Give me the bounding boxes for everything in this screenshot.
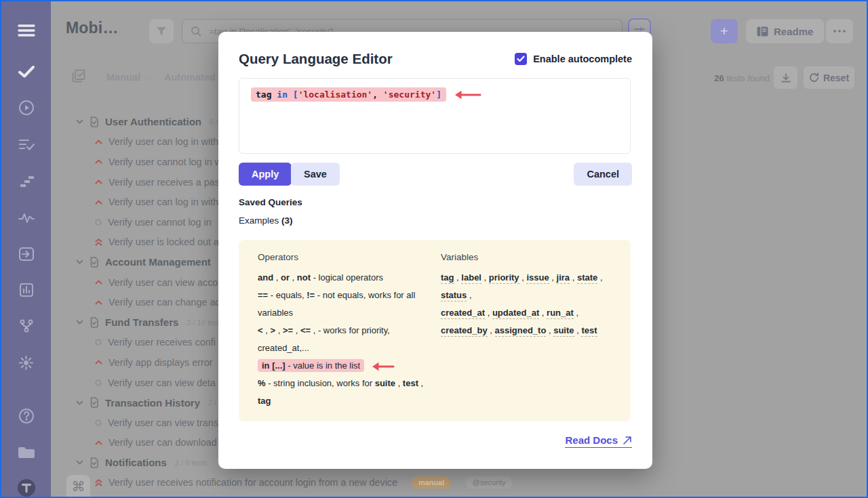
test-title: Verify user receives a pas <box>108 177 220 188</box>
variables-list: tag , label , priority , issue , jira , … <box>441 269 612 339</box>
variable-name: updated_at <box>492 308 539 319</box>
checkbox-checked-icon[interactable] <box>515 53 527 65</box>
test-title: Verify user can view deta <box>108 377 216 388</box>
test-title: Verify user can view trans <box>108 417 218 428</box>
test-title: Verify user cannot log in w <box>108 157 222 167</box>
operator-line: % - string inclusion, works for suite , … <box>258 375 429 410</box>
examples-heading[interactable]: Examples (3) <box>239 215 293 226</box>
file-check-icon <box>90 397 99 408</box>
analytics-icon[interactable] <box>17 281 36 299</box>
chevron-down-icon[interactable] <box>76 460 83 465</box>
test-title: Verify user can download <box>108 437 217 448</box>
highlighted-operator: in [...] - value is in the list <box>258 359 364 372</box>
test-title: Verify user is locked out a <box>108 236 219 247</box>
more-button[interactable] <box>826 19 853 43</box>
priority-highest-icon <box>95 479 102 486</box>
operator-line: in [...] - value is in the list <box>258 357 429 375</box>
download-button[interactable] <box>774 66 797 89</box>
tag-badge[interactable]: @security <box>465 476 512 489</box>
query-code: tag in ['localisation', 'security'] <box>251 87 446 102</box>
read-docs-label: Read Docs <box>565 434 618 446</box>
suite-name: Account Management <box>105 256 211 268</box>
variable-line: status , <box>441 287 612 304</box>
reset-label: Reset <box>823 72 849 83</box>
search-icon <box>191 26 201 37</box>
suite-name: Notifications <box>105 457 167 468</box>
tab-manual[interactable]: Manual 70 <box>106 72 152 83</box>
variable-name: test <box>581 325 597 337</box>
suite-name: User Authentication <box>105 116 201 127</box>
examples-label: Examples <box>239 215 279 226</box>
steps-icon[interactable] <box>17 172 36 191</box>
test-title: Verify user can change ac <box>108 297 220 308</box>
variable-name: status <box>441 290 467 302</box>
app-logo[interactable] <box>17 478 36 497</box>
chevron-down-icon[interactable] <box>76 320 83 325</box>
select-all-icon[interactable] <box>72 69 85 83</box>
priority-highest-icon <box>95 238 102 246</box>
shortcut-hint[interactable]: ⌘ <box>66 475 90 498</box>
reset-button[interactable]: Reset <box>804 66 854 89</box>
priority-high-icon <box>95 440 102 445</box>
run-play-icon[interactable] <box>17 98 36 117</box>
cancel-button[interactable]: Cancel <box>574 163 632 186</box>
help-icon[interactable] <box>17 407 36 426</box>
priority-normal-icon <box>95 339 102 346</box>
modal-title: Query Language Editor <box>239 51 393 67</box>
add-button[interactable]: + <box>711 19 738 43</box>
suite-name: Transaction History <box>105 397 200 409</box>
chevron-down-icon[interactable] <box>76 400 83 405</box>
variable-name: issue <box>526 272 549 284</box>
chevron-down-icon[interactable] <box>76 119 83 124</box>
projects-folder-icon[interactable] <box>17 442 36 461</box>
priority-high-icon <box>95 300 102 305</box>
funnel-icon <box>156 26 167 37</box>
query-code-editor[interactable]: tag in ['localisation', 'security'] <box>239 78 631 154</box>
project-title[interactable]: Mobi… <box>66 19 119 37</box>
operators-list: and , or , not - logical operators== - e… <box>258 269 429 410</box>
operator-line: and , or , not - logical operators <box>258 269 429 287</box>
command-icon: ⌘ <box>72 478 85 495</box>
test-row[interactable]: Verify user receives notification for ac… <box>66 473 690 493</box>
priority-normal-icon <box>95 219 102 226</box>
menu-icon[interactable] <box>17 21 36 40</box>
priority-high-icon <box>95 200 102 205</box>
file-check-icon <box>90 317 99 328</box>
variable-name: run_at <box>547 308 574 319</box>
examples-count: (3) <box>281 215 293 226</box>
test-title: Verify user can log in with <box>108 136 218 147</box>
variable-name: assigned_to <box>495 325 547 337</box>
variable-name: state <box>577 272 597 284</box>
test-plan-icon[interactable] <box>17 136 36 154</box>
suite-count: 2 / 9 tests <box>175 459 208 467</box>
autocomplete-label: Enable autocomplete <box>533 54 632 64</box>
filter-button[interactable] <box>149 19 174 43</box>
tab-count: 70 <box>144 74 152 82</box>
variable-name: created_at <box>441 308 485 319</box>
readme-button[interactable]: Readme <box>746 19 824 43</box>
readme-label: Readme <box>774 26 813 37</box>
settings-gear-icon[interactable] <box>17 353 36 372</box>
app-window: Mobi… + Readme Manual 70 Automated 6 <box>0 0 868 498</box>
priority-normal-icon <box>95 419 102 426</box>
tab-automated[interactable]: Automated 6 <box>164 72 223 83</box>
pulse-icon[interactable] <box>17 209 36 228</box>
branch-icon[interactable] <box>17 316 36 335</box>
tests-check-icon[interactable] <box>17 62 36 81</box>
import-icon[interactable] <box>17 245 36 264</box>
examples-panel: Operators and , or , not - logical opera… <box>239 240 631 421</box>
operators-title: Operators <box>258 252 429 262</box>
download-icon <box>781 72 791 83</box>
save-button[interactable]: Save <box>291 163 340 186</box>
apply-button[interactable]: Apply <box>239 163 292 186</box>
suite-name: Fund Transfers <box>105 316 178 328</box>
variable-line: tag , label , priority , issue , jira , … <box>441 269 612 287</box>
sidebar <box>1 1 51 497</box>
saved-queries-heading[interactable]: Saved Queries <box>239 197 302 207</box>
refresh-icon <box>809 72 819 83</box>
test-title: Verify user receives notification for ac… <box>108 477 397 488</box>
autocomplete-toggle[interactable]: Enable autocomplete <box>515 53 632 65</box>
chevron-down-icon[interactable] <box>76 260 83 264</box>
variable-line: created_at , updated_at , run_at , <box>441 304 612 322</box>
read-docs-link[interactable]: Read Docs <box>565 434 632 448</box>
